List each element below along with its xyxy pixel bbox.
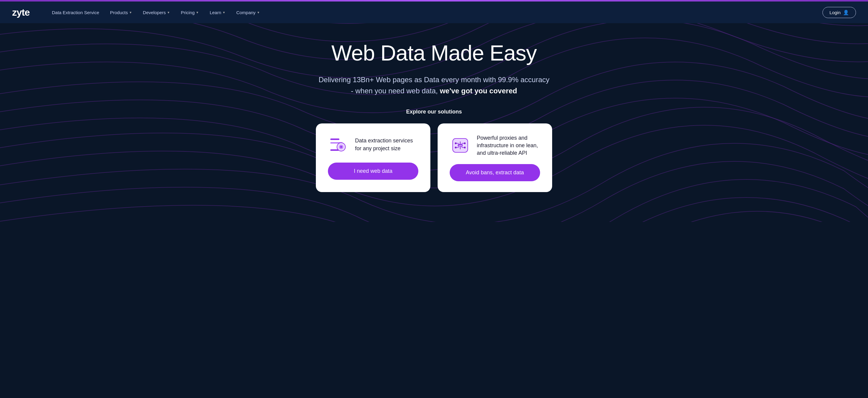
chevron-down-icon: ▼ bbox=[196, 11, 199, 14]
nav-link-label: Developers bbox=[143, 10, 166, 15]
hero-section: .wave-line { fill: none; stroke: #8b2fc9… bbox=[0, 23, 868, 222]
chevron-down-icon: ▼ bbox=[257, 11, 260, 14]
api-icon: API bbox=[450, 135, 471, 156]
login-label: Login bbox=[830, 10, 841, 15]
nav-link-learn[interactable]: Learn▼ bbox=[206, 7, 230, 18]
nav-link-label: Learn bbox=[210, 10, 221, 15]
nav-link-data-extraction-service[interactable]: Data Extraction Service bbox=[48, 7, 103, 18]
nav-links: Data Extraction ServiceProducts▼Develope… bbox=[48, 7, 823, 18]
extraction-icon bbox=[328, 134, 349, 155]
solutions-label: Explore our solutions bbox=[316, 109, 552, 115]
svg-text:API: API bbox=[458, 145, 462, 147]
nav-link-label: Company bbox=[236, 10, 255, 15]
card-extraction: Data extraction services for any project… bbox=[316, 124, 430, 192]
user-icon: 👤 bbox=[843, 10, 849, 15]
solution-cards: Data extraction services for any project… bbox=[316, 124, 552, 192]
svg-point-16 bbox=[464, 142, 466, 144]
subtitle-bold: we've got you covered bbox=[440, 87, 517, 95]
svg-rect-5 bbox=[330, 149, 339, 151]
navbar: zyte Data Extraction ServiceProducts▼Dev… bbox=[0, 1, 868, 23]
card-text-extraction: Data extraction services for any project… bbox=[355, 137, 418, 152]
card-api: API Powerful proxies and infrastructure … bbox=[438, 124, 552, 192]
card-top-extraction: Data extraction services for any project… bbox=[328, 134, 418, 155]
svg-point-17 bbox=[455, 146, 457, 148]
chevron-down-icon: ▼ bbox=[222, 11, 225, 14]
svg-point-18 bbox=[464, 146, 466, 148]
svg-point-4 bbox=[340, 146, 342, 148]
nav-link-products[interactable]: Products▼ bbox=[106, 7, 136, 18]
card-top-api: API Powerful proxies and infrastructure … bbox=[450, 134, 540, 157]
hero-title: Web Data Made Easy bbox=[316, 41, 552, 65]
nav-link-developers[interactable]: Developers▼ bbox=[138, 7, 174, 18]
card-text-api: Powerful proxies and infrastructure in o… bbox=[477, 134, 540, 157]
svg-point-15 bbox=[455, 142, 457, 144]
svg-rect-0 bbox=[330, 138, 339, 140]
chevron-down-icon: ▼ bbox=[167, 11, 170, 14]
web-data-button[interactable]: I need web data bbox=[328, 163, 418, 180]
chevron-down-icon: ▼ bbox=[129, 11, 132, 14]
nav-link-label: Data Extraction Service bbox=[52, 10, 99, 15]
nav-link-pricing[interactable]: Pricing▼ bbox=[177, 7, 203, 18]
login-button[interactable]: Login 👤 bbox=[823, 7, 856, 18]
nav-link-label: Pricing bbox=[181, 10, 195, 15]
nav-link-label: Products bbox=[110, 10, 128, 15]
hero-content: Web Data Made Easy Delivering 13Bn+ Web … bbox=[316, 41, 552, 124]
avoid-bans-button[interactable]: Avoid bans, extract data bbox=[450, 164, 540, 181]
logo[interactable]: zyte bbox=[12, 7, 30, 18]
nav-link-company[interactable]: Company▼ bbox=[232, 7, 264, 18]
hero-subtitle: Delivering 13Bn+ Web pages as Data every… bbox=[316, 74, 552, 96]
